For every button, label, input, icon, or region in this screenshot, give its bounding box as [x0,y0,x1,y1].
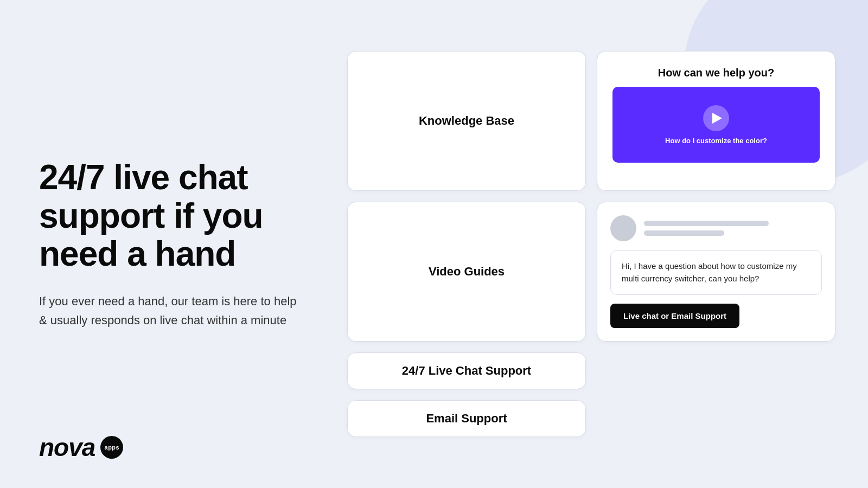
headline: 24/7 live chat support if you need a han… [39,158,336,273]
video-guides-card[interactable]: Video Guides [347,202,586,342]
video-thumbnail[interactable]: How do I customize the color? [612,87,820,163]
bottom-right-col: 24/7 Live Chat Support Email Support [347,352,586,437]
logo-badge: apps [100,436,123,459]
header-line-2 [644,230,724,236]
chat-cta-button[interactable]: Live chat or Email Support [610,304,739,328]
left-panel: 24/7 live chat support if you need a han… [0,158,336,329]
video-guides-label: Video Guides [429,265,505,279]
chat-header [610,215,822,241]
email-support-label: Email Support [426,412,507,426]
logo-badge-text: apps [105,444,120,451]
play-button[interactable] [703,105,729,131]
chat-bubble: Hi, I have a question about how to custo… [610,250,822,295]
chat-card: Hi, I have a question about how to custo… [597,202,835,342]
knowledge-base-label: Knowledge Base [419,114,514,128]
header-line-1 [644,221,769,226]
live-chat-card[interactable]: 24/7 Live Chat Support [347,352,586,389]
live-chat-label: 24/7 Live Chat Support [402,364,531,378]
avatar [610,215,636,241]
subtext: If you ever need a hand, our team is her… [39,292,299,329]
chat-header-lines [644,221,822,236]
help-card: How can we help you? How do I customize … [597,51,835,191]
logo-text: nova [39,433,95,462]
knowledge-base-card[interactable]: Knowledge Base [347,51,586,191]
logo-area: nova apps [39,433,123,462]
email-support-card[interactable]: Email Support [347,400,586,437]
video-caption: How do I customize the color? [665,137,767,145]
help-card-title: How can we help you? [612,67,820,79]
right-panel: Knowledge Base How can we help you? How … [336,29,868,459]
